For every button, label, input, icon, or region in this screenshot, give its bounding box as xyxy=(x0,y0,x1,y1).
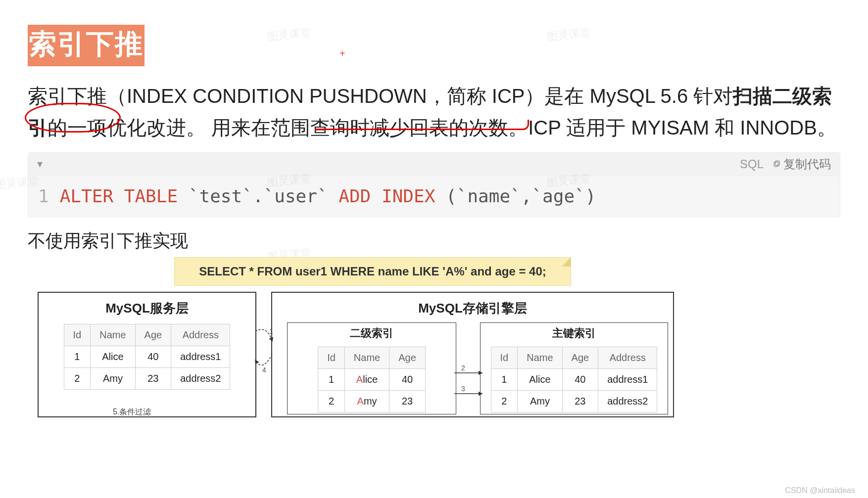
service-layer-table: Id Name Age Address 1 Alice 40 address1 … xyxy=(64,324,231,390)
table-header-row: Id Name Age Address xyxy=(64,324,230,346)
primary-index-title: 主键索引 xyxy=(481,323,668,344)
cursor-mark: + xyxy=(339,48,345,59)
arrow-label-2: 2 xyxy=(461,364,465,372)
copy-code-button[interactable]: 复制代码 xyxy=(772,156,831,172)
diagram: SELECT * FROM user1 WHERE name LIKE 'A%'… xyxy=(28,257,840,420)
sql-banner: SELECT * FROM user1 WHERE name LIKE 'A%'… xyxy=(174,257,571,286)
arrow-label-4: 4 xyxy=(262,366,266,374)
primary-index-table: IdNameAgeAddress 1Alice40address1 2Amy23… xyxy=(491,347,658,412)
csdn-watermark: CSDN @xintaiideas xyxy=(785,486,855,495)
table-row: 2Amy23address2 xyxy=(491,391,657,412)
para-text: 。ICP 适用于 MYISAM 和 INNODB。 xyxy=(508,117,837,138)
primary-index-box: 主键索引 IdNameAgeAddress 1Alice40address1 2… xyxy=(480,322,668,414)
para-annotated: 范围查询时减少回表的次数 xyxy=(271,117,508,138)
code-block: ▾ SQL 复制代码 1 ALTER TABLE `test`.`user` xyxy=(28,152,840,217)
code-body: 1 ALTER TABLE `test`.`user` ADD INDEX (`… xyxy=(28,176,840,217)
copy-icon xyxy=(772,160,780,168)
table-row: 2 Amy 23 address2 xyxy=(64,368,230,390)
para-text: 索引下推（INDEX CONDITION PUSHDOWN，简称 ICP）是在 … xyxy=(28,85,733,107)
section-subheading: 不使用索引下推实现 xyxy=(28,229,840,253)
table-row: 1Alice40address1 xyxy=(491,369,657,391)
kw-index: INDEX xyxy=(382,186,435,206)
table-row: 1Alice40 xyxy=(318,369,426,391)
secondary-index-title: 二级索引 xyxy=(288,323,456,344)
code-header: ▾ SQL 复制代码 xyxy=(28,153,840,176)
kw-alter: ALTER xyxy=(60,186,113,206)
service-layer-title: MySQL服务层 xyxy=(39,293,255,321)
arrow-label-3: 3 xyxy=(461,385,465,393)
table-row: 2Amy23 xyxy=(318,391,426,412)
line-number: 1 xyxy=(38,184,60,209)
arrow-2 xyxy=(454,368,482,378)
filter-step-label: 5.条件过滤 xyxy=(113,407,151,417)
storage-engine-title: MySQL存储引擎层 xyxy=(272,293,673,321)
th: Address xyxy=(171,324,230,346)
th: Age xyxy=(135,324,171,346)
arrow-3 xyxy=(454,389,482,399)
page-title: 索引下推 xyxy=(28,25,145,66)
mysql-service-layer-box: MySQL服务层 Id Name Age Address 1 Alice 40 … xyxy=(38,292,256,417)
secondary-index-table: IdNameAge 1Alice40 2Amy23 xyxy=(318,347,426,412)
page-root: 图灵课堂 图灵课堂 图灵课堂 图灵课堂 图灵课堂 图灵课堂 索引下推 + 索引下… xyxy=(0,0,868,498)
secondary-index-box: 二级索引 IdNameAge 1Alice40 2Amy23 xyxy=(287,322,456,414)
code-collapse-toggle[interactable]: ▾ xyxy=(37,158,43,171)
arrow-label-1: 1 xyxy=(269,327,273,335)
copy-label: 复制代码 xyxy=(783,156,831,172)
description-paragraph: 索引下推（INDEX CONDITION PUSHDOWN，简称 ICP）是在 … xyxy=(28,80,840,143)
table-row: 1 Alice 40 address1 xyxy=(64,346,230,368)
code-mid: `test`.`user` xyxy=(189,186,338,206)
th: Id xyxy=(64,324,91,346)
para-text: 的一项优化改进。 用来在 xyxy=(48,117,271,138)
code-lang-label: SQL xyxy=(740,157,764,171)
content-area: 索引下推 + 索引下推（INDEX CONDITION PUSHDOWN，简称 … xyxy=(0,0,868,420)
code-tail: (`name`,`age`) xyxy=(446,186,596,206)
th: Name xyxy=(91,324,135,346)
kw-add: ADD xyxy=(338,186,371,206)
kw-table: TABLE xyxy=(124,186,178,206)
